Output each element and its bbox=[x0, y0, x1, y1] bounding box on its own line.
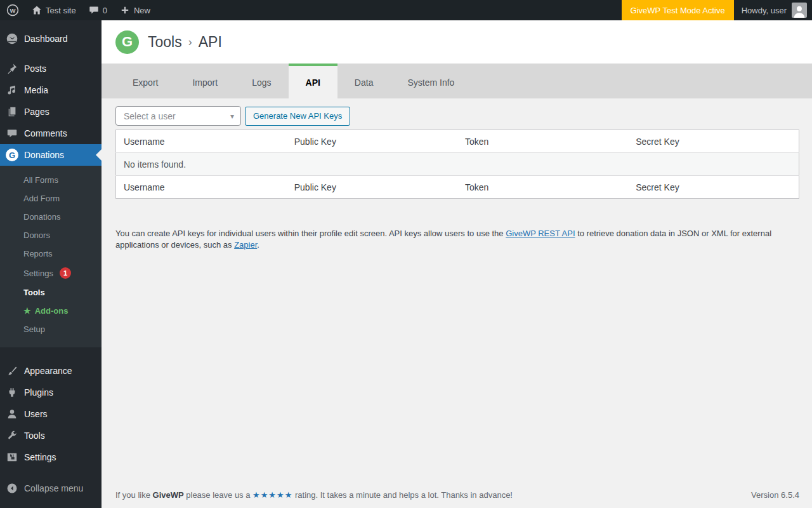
admin-bar-new[interactable]: New bbox=[114, 0, 157, 20]
column-username: Username bbox=[116, 130, 287, 153]
submenu-item-donations[interactable]: Donations bbox=[0, 208, 102, 226]
home-icon bbox=[32, 5, 42, 15]
column-public-key: Public Key bbox=[287, 130, 457, 153]
table-footer-row: Username Public Key Token Secret Key bbox=[116, 176, 799, 199]
submenu-item-add-form[interactable]: Add Form bbox=[0, 189, 102, 208]
user-select-dropdown[interactable]: Select a user ▾ bbox=[115, 106, 241, 126]
user-select-placeholder: Select a user bbox=[124, 111, 176, 121]
api-description: You can create API keys for individual u… bbox=[115, 228, 775, 251]
zapier-link[interactable]: Zapier bbox=[234, 240, 257, 250]
sidebar-item-donations[interactable]: G Donations bbox=[0, 144, 102, 166]
howdy-text: Howdy, user bbox=[742, 6, 787, 15]
sidebar-item-label: Posts bbox=[24, 64, 46, 74]
column-secret-key: Secret Key bbox=[628, 130, 799, 153]
submenu-item-all-forms[interactable]: All Forms bbox=[0, 171, 102, 189]
plus-icon bbox=[120, 5, 130, 15]
tab-system-info[interactable]: System Info bbox=[390, 64, 471, 98]
api-keys-table: Username Public Key Token Secret Key No … bbox=[115, 130, 799, 199]
sidebar-item-comments[interactable]: Comments bbox=[0, 123, 102, 144]
sidebar-item-label: Users bbox=[24, 409, 48, 419]
tab-import[interactable]: Import bbox=[175, 64, 235, 98]
settings-update-badge: 1 bbox=[60, 267, 71, 279]
collapse-menu-label: Collapse menu bbox=[24, 483, 83, 493]
sidebar-item-label: Dashboard bbox=[24, 34, 68, 44]
admin-bar-my-account[interactable]: Howdy, user bbox=[734, 0, 812, 20]
sidebar-item-label: Settings bbox=[24, 452, 56, 462]
sidebar-item-label: Media bbox=[24, 85, 48, 95]
settings-sliders-icon bbox=[6, 451, 18, 464]
comments-icon bbox=[6, 127, 18, 140]
sidebar-item-posts[interactable]: Posts bbox=[0, 58, 102, 79]
page-header: G Tools › API bbox=[102, 20, 812, 64]
new-label: New bbox=[134, 6, 150, 15]
table-row: No items found. bbox=[116, 153, 799, 176]
givewp-icon: G bbox=[6, 149, 18, 161]
media-icon bbox=[6, 84, 18, 97]
content-area: G Tools › API Export Import Logs API Dat… bbox=[102, 20, 812, 508]
comment-bubble-icon bbox=[89, 5, 99, 15]
table-header-row: Username Public Key Token Secret Key bbox=[116, 130, 799, 153]
submenu-item-reports[interactable]: Reports bbox=[0, 244, 102, 263]
sidebar-item-settings[interactable]: Settings bbox=[0, 446, 102, 468]
column-token: Token bbox=[457, 176, 628, 199]
star-icon: ★ bbox=[23, 306, 31, 316]
donations-submenu: All Forms Add Form Donations Donors Repo… bbox=[0, 166, 102, 347]
column-token: Token bbox=[457, 130, 628, 153]
admin-bar-site-link[interactable]: Test site bbox=[25, 0, 82, 20]
givewp-test-mode-banner[interactable]: GiveWP Test Mode Active bbox=[622, 0, 734, 20]
admin-bar: W Test site 0 New GiveWP Test Mode Activ… bbox=[0, 0, 812, 20]
pages-icon bbox=[6, 105, 18, 118]
admin-bar-comments[interactable]: 0 bbox=[82, 0, 114, 20]
submenu-item-add-ons[interactable]: ★ Add-ons bbox=[0, 302, 102, 320]
empty-message: No items found. bbox=[116, 153, 799, 176]
sidebar-item-label: Pages bbox=[24, 107, 49, 117]
givewp-logo: G bbox=[115, 30, 139, 54]
site-name: Test site bbox=[46, 6, 76, 15]
collapse-arrow-icon bbox=[6, 482, 18, 495]
column-secret-key: Secret Key bbox=[628, 176, 799, 199]
sidebar-item-plugins[interactable]: Plugins bbox=[0, 382, 102, 403]
column-public-key: Public Key bbox=[287, 176, 457, 199]
submenu-item-setup[interactable]: Setup bbox=[0, 320, 102, 338]
sidebar-item-appearance[interactable]: Appearance bbox=[0, 360, 102, 382]
givewp-rest-api-link[interactable]: GiveWP REST API bbox=[506, 229, 575, 238]
sidebar-item-tools[interactable]: Tools bbox=[0, 425, 102, 446]
submenu-item-settings[interactable]: Settings 1 bbox=[0, 263, 102, 283]
sidebar-item-media[interactable]: Media bbox=[0, 79, 102, 101]
admin-footer: If you like GiveWP please leave us a ★★★… bbox=[102, 484, 812, 508]
sidebar-item-users[interactable]: Users bbox=[0, 403, 102, 425]
sidebar-item-label: Donations bbox=[24, 150, 64, 160]
tab-api[interactable]: API bbox=[289, 64, 337, 98]
sidebar-item-label: Tools bbox=[24, 431, 45, 441]
version-label: Version 6.5.4 bbox=[751, 490, 799, 500]
comments-count: 0 bbox=[103, 6, 107, 15]
tab-logs[interactable]: Logs bbox=[235, 64, 288, 98]
tab-export[interactable]: Export bbox=[115, 64, 175, 98]
chevron-down-icon: ▾ bbox=[230, 112, 234, 121]
column-username: Username bbox=[116, 176, 287, 199]
submenu-item-donors[interactable]: Donors bbox=[0, 226, 102, 244]
dashboard-icon bbox=[6, 32, 18, 45]
sidebar-item-label: Appearance bbox=[24, 366, 72, 376]
tools-tab-bar: Export Import Logs API Data System Info bbox=[102, 64, 812, 98]
active-item-arrow bbox=[96, 149, 102, 161]
submenu-item-tools[interactable]: Tools bbox=[0, 283, 102, 302]
rating-message: If you like GiveWP please leave us a ★★★… bbox=[115, 490, 513, 500]
sidebar-item-pages[interactable]: Pages bbox=[0, 101, 102, 123]
collapse-menu-button[interactable]: Collapse menu bbox=[0, 478, 102, 499]
pushpin-icon bbox=[6, 62, 18, 75]
wrench-icon bbox=[6, 429, 18, 442]
wordpress-logo-icon[interactable]: W bbox=[0, 0, 25, 20]
brand-name: GiveWP bbox=[153, 490, 184, 500]
five-stars-link[interactable]: ★★★★★ bbox=[252, 490, 292, 500]
tab-data[interactable]: Data bbox=[337, 64, 391, 98]
page-title: Tools › API bbox=[148, 34, 222, 51]
generate-api-keys-button[interactable]: Generate New API Keys bbox=[245, 107, 350, 126]
sidebar-item-label: Plugins bbox=[24, 387, 53, 398]
paintbrush-icon bbox=[6, 364, 18, 377]
sidebar-item-label: Comments bbox=[24, 128, 67, 138]
svg-text:W: W bbox=[10, 7, 16, 14]
avatar bbox=[792, 3, 807, 18]
breadcrumb-separator: › bbox=[188, 36, 192, 49]
sidebar-item-dashboard[interactable]: Dashboard bbox=[0, 28, 102, 50]
